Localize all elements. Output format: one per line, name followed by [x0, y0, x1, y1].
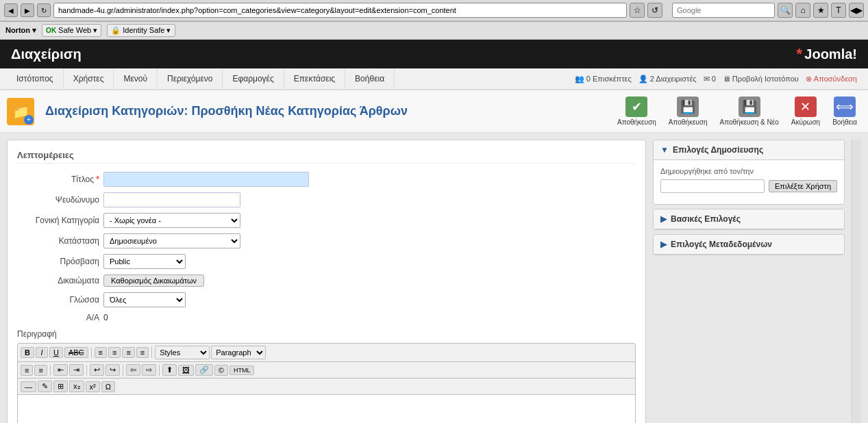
access-select[interactable]: Public — [103, 254, 186, 269]
created-by-input[interactable] — [660, 179, 765, 193]
select-user-button[interactable]: Επιλέξτε Χρήστη — [769, 180, 837, 192]
save-icon: ✔ — [625, 97, 647, 117]
alias-input[interactable] — [103, 192, 240, 207]
editor-align-center[interactable]: ≡ — [108, 347, 121, 358]
bookmarks-icon[interactable]: ★ — [813, 3, 828, 18]
editor-hr[interactable]: — — [21, 381, 36, 392]
editor-subscript[interactable]: x₂ — [69, 381, 84, 392]
editor-left-arrow[interactable]: ⇦ — [126, 364, 140, 376]
editor-special-chars[interactable]: Ω — [101, 381, 115, 392]
editor-align-left[interactable]: ≡ — [95, 347, 107, 358]
nav-messages[interactable]: ✉ 0 — [704, 75, 716, 84]
description-label: Περιγραφή — [17, 329, 636, 339]
section-title: Λεπτομέρειες — [17, 150, 636, 164]
editor-wrapper: B I U ABC ≡ ≡ ≡ ≡ Styles Paragraph — [17, 343, 636, 423]
accordion-basic-title: Βασικές Επιλογές — [671, 214, 741, 224]
top-nav-right: 👥 0 Επισκέπτες 👤 2 Διαχειριστές ✉ 0 🖥 Πρ… — [571, 75, 861, 84]
cancel-icon: ✕ — [795, 97, 817, 117]
language-label: Γλώσσα — [17, 295, 99, 305]
editor-divider-6 — [159, 365, 160, 376]
editor-link[interactable]: 🔗 — [195, 364, 213, 376]
editor-content[interactable] — [18, 395, 635, 423]
editor-table[interactable]: ⊞ — [53, 381, 68, 392]
reload-icon[interactable]: ↺ — [647, 3, 662, 18]
back-button[interactable]: ◀ — [4, 3, 18, 17]
created-by-input-row: Επιλέξτε Χρήστη — [660, 179, 837, 193]
language-select[interactable]: Όλες — [103, 292, 186, 307]
nav-item-istatotopos[interactable]: Ιστότοπος — [7, 68, 64, 89]
joomla-admin-title: Διαχείριση — [11, 47, 82, 62]
editor-ol[interactable]: ≡ — [34, 365, 47, 376]
search-input[interactable] — [672, 3, 775, 18]
editor-pencil[interactable]: ✎ — [38, 381, 52, 392]
save-button[interactable]: ✔ Αποθήκευση — [613, 94, 660, 128]
editor-underline[interactable]: U — [49, 347, 63, 358]
editor-html[interactable]: HTML — [230, 366, 255, 375]
top-nav-left: Ιστότοπος Χρήστες Μενού Περιεχόμενο Εφαρ… — [7, 68, 395, 89]
editor-format-select[interactable]: Paragraph — [211, 346, 266, 359]
editor-anchor[interactable]: ⬆ — [162, 364, 177, 376]
accordion-publication-header[interactable]: ▼ Επιλογές Δημοσίευσης — [654, 140, 844, 160]
main-panel: Λεπτομέρειες Τίτλος Ψευδώνυμο Γονική Κατ… — [7, 140, 646, 423]
save-new-button[interactable]: 💾 Αποθήκευση & Νέο — [716, 94, 783, 128]
accordion-arrow-metadata: ▶ — [660, 240, 667, 249]
forward-button[interactable]: ▶ — [21, 3, 34, 17]
accordion-basic-header[interactable]: ▶ Βασικές Επιλογές — [654, 209, 844, 229]
editor-styles-select[interactable]: Styles — [155, 346, 210, 359]
menu-icon[interactable]: T — [831, 3, 846, 18]
nav-item-voitheia[interactable]: Βοήθεια — [345, 68, 395, 89]
editor-redo[interactable]: ↪ — [106, 364, 120, 376]
cancel-button[interactable]: ✕ Ακύρωση — [787, 94, 824, 128]
editor-undo[interactable]: ↩ — [90, 364, 104, 376]
nav-item-epektaseis[interactable]: Επεκτάσεις — [284, 68, 345, 89]
title-input[interactable] — [103, 172, 309, 187]
editor-image[interactable]: 🖼 — [178, 365, 194, 376]
visitors-label: 0 Επισκέπτες — [586, 75, 632, 83]
norton-safeweb[interactable]: OK Safe Web ▾ — [42, 24, 101, 37]
nav-item-menou[interactable]: Μενού — [114, 68, 158, 89]
norton-identity[interactable]: 🔒 Identity Safe ▾ — [107, 24, 175, 37]
home-icon[interactable]: ⌂ — [795, 3, 810, 18]
admin-content: Λεπτομέρειες Τίτλος Ψευδώνυμο Γονική Κατ… — [0, 133, 868, 423]
editor-copyright[interactable]: © — [214, 365, 228, 376]
save2-button[interactable]: 💾 Αποθήκευση — [665, 94, 712, 128]
search-icon[interactable]: 🔍 — [778, 3, 793, 18]
parent-select[interactable]: - Χωρίς γονέα - — [103, 213, 240, 228]
title-label: Τίτλος — [17, 175, 99, 184]
save2-label: Αποθήκευση — [669, 118, 708, 126]
norton-toolbar: Norton ▾ OK Safe Web ▾ 🔒 Identity Safe ▾ — [0, 22, 868, 40]
form-row-parent: Γονική Κατηγορία - Χωρίς γονέα - — [17, 213, 636, 228]
permissions-button[interactable]: Καθορισμός Δικαιωμάτων — [103, 274, 204, 287]
editor-align-right[interactable]: ≡ — [122, 347, 134, 358]
extra-icon[interactable]: ◀▶ — [849, 3, 864, 18]
form-row-permissions: Δικαιώματα Καθορισμός Δικαιωμάτων — [17, 274, 636, 287]
accordion-publication: ▼ Επιλογές Δημοσίευσης Δημιουργήθηκε από… — [653, 140, 845, 205]
editor-divider-2 — [151, 347, 152, 358]
editor-align-justify[interactable]: ≡ — [136, 347, 149, 358]
editor-strikethrough[interactable]: ABC — [64, 347, 88, 358]
editor-italic[interactable]: I — [36, 347, 48, 358]
nav-item-efarmones[interactable]: Εφαρμογές — [223, 68, 284, 89]
scrollbar[interactable] — [852, 140, 861, 423]
accordion-metadata-header[interactable]: ▶ Επιλογές Μεταδεδομένων — [654, 235, 844, 255]
nav-item-periexomeno[interactable]: Περιεχόμενο — [158, 68, 223, 89]
editor-indent[interactable]: ⇥ — [69, 364, 84, 376]
editor-ul[interactable]: ≡ — [21, 365, 33, 376]
reload-button[interactable]: ↻ — [37, 3, 51, 17]
editor-right-arrow[interactable]: ⇨ — [142, 364, 156, 376]
bookmark-star-icon[interactable]: ☆ — [630, 3, 645, 18]
editor-superscript[interactable]: x² — [86, 381, 100, 392]
nav-admins[interactable]: 👤 2 Διαχειριστές — [638, 75, 697, 84]
nav-logout[interactable]: ⊗ Αποσύνδεση — [806, 75, 857, 84]
nav-item-xristes[interactable]: Χρήστες — [64, 68, 114, 89]
address-bar[interactable] — [53, 3, 627, 18]
status-select[interactable]: Δημοσιευμένο — [103, 233, 240, 248]
norton-brand[interactable]: Norton ▾ — [5, 26, 36, 35]
help-button[interactable]: ⟺ Βοήθεια — [828, 94, 861, 128]
accordion-metadata: ▶ Επιλογές Μεταδεδομένων — [653, 234, 845, 255]
editor-bold[interactable]: B — [21, 347, 34, 358]
editor-toolbar-row1: B I U ABC ≡ ≡ ≡ ≡ Styles Paragraph — [18, 344, 635, 362]
nav-view-site[interactable]: 🖥 Προβολή Ιστοτόπου — [723, 75, 799, 83]
nav-visitors[interactable]: 👥 0 Επισκέπτες — [575, 75, 632, 84]
editor-outdent[interactable]: ⇤ — [53, 364, 68, 376]
